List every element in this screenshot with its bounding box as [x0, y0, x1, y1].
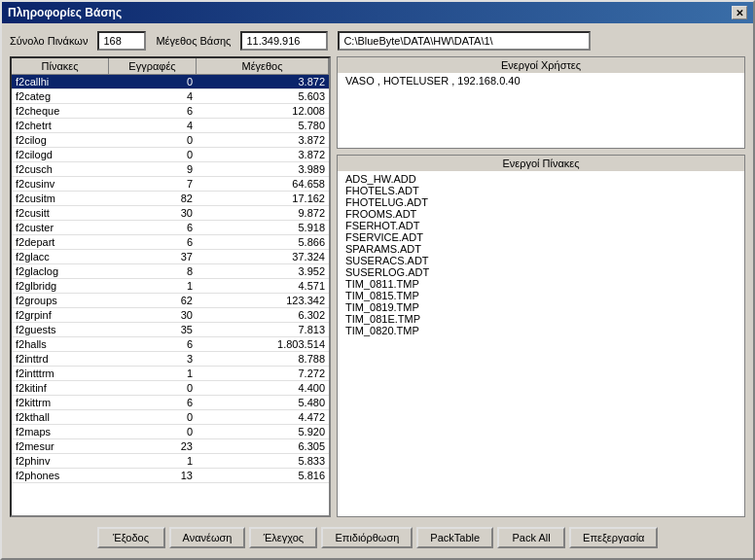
cell-name: f2grpinf: [12, 308, 109, 322]
cell-size: 3.952: [197, 264, 329, 278]
cell-records: 6: [109, 396, 197, 409]
table-row[interactable]: f2cheque612.008: [12, 104, 329, 119]
table-row[interactable]: f2cusch93.989: [12, 162, 329, 177]
cell-name: f2custer: [12, 221, 109, 234]
table-row[interactable]: f2cusinv764.658: [12, 177, 329, 192]
cell-name: f2kitinf: [12, 381, 109, 395]
main-window: Πληροφορίες Βάσης ✕ Σύνολο Πινάκων Μέγεθ…: [0, 0, 755, 560]
table-row[interactable]: f2glacc3737.324: [12, 250, 329, 264]
table-row[interactable]: f2groups62123.342: [12, 294, 329, 308]
active-users-panel: Ενεργοί Χρήστες VASO , HOTELUSER , 192.1…: [337, 56, 745, 149]
table-row[interactable]: f2depart65.866: [12, 235, 329, 250]
table-row[interactable]: f2halls61.803.514: [12, 337, 329, 352]
check-button[interactable]: Έλεγχος: [249, 527, 317, 548]
repair-button[interactable]: Επιδιόρθωση: [321, 527, 413, 548]
active-table-item: TIM_0820.TMP: [345, 325, 737, 336]
main-area: Πίνακες Εγγραφές Μέγεθος f2callhi03.872f…: [10, 56, 745, 517]
close-button[interactable]: ✕: [732, 6, 747, 19]
cell-size: 6.305: [197, 439, 329, 453]
cell-records: 0: [109, 148, 197, 161]
cell-records: 0: [109, 75, 197, 88]
table-row[interactable]: f2mesur236.305: [12, 439, 329, 454]
cell-name: f2cilog: [12, 133, 109, 147]
table-row[interactable]: f2callhi03.872: [12, 75, 329, 89]
table-row[interactable]: f2maps05.920: [12, 425, 329, 439]
active-table-item: FSERVICE.ADT: [345, 231, 737, 243]
table-row[interactable]: f2kthall04.472: [12, 410, 329, 425]
table-row[interactable]: f2cusitt309.872: [12, 206, 329, 221]
cell-size: 3.872: [197, 148, 329, 161]
cell-records: 82: [109, 192, 197, 205]
cell-records: 4: [109, 119, 197, 132]
cell-size: 4.571: [197, 279, 329, 293]
cell-records: 0: [109, 381, 197, 395]
refresh-button[interactable]: Ανανέωση: [169, 527, 246, 548]
exit-button[interactable]: Έξοδος: [97, 527, 165, 548]
table-row[interactable]: f2cilog03.872: [12, 133, 329, 148]
active-tables-header: Ενεργοί Πίνακες: [502, 158, 579, 169]
pack-all-button[interactable]: Pack All: [497, 527, 565, 548]
cell-name: f2mesur: [12, 439, 109, 453]
table-row[interactable]: f2guests357.813: [12, 323, 329, 337]
table-row[interactable]: f2kittrm65.480: [12, 396, 329, 410]
active-users-content: VASO , HOTELUSER , 192.168.0.40: [338, 73, 744, 148]
active-tables-panel: Ενεργοί Πίνακες ADS_HW.ADDFHOTELS.ADTFHO…: [337, 155, 745, 517]
active-users-line: VASO , HOTELUSER , 192.168.0.40: [345, 75, 737, 87]
cell-size: 4.400: [197, 381, 329, 395]
db-size-label: Μέγεθος Βάσης: [156, 35, 231, 47]
table-row[interactable]: f2custer65.918: [12, 221, 329, 235]
table-row[interactable]: f2cilogd03.872: [12, 148, 329, 162]
active-table-item: FHOTELS.ADT: [345, 185, 737, 196]
table-row[interactable]: f2categ45.603: [12, 89, 329, 104]
table-body[interactable]: f2callhi03.872f2categ45.603f2cheque612.0…: [12, 75, 329, 515]
table-row[interactable]: f2glbridg14.571: [12, 279, 329, 294]
table-row[interactable]: f2grpinf306.302: [12, 308, 329, 323]
table-row[interactable]: f2kitinf04.400: [12, 381, 329, 396]
cell-records: 6: [109, 221, 197, 234]
cell-name: f2maps: [12, 425, 109, 438]
cell-records: 6: [109, 104, 197, 118]
cell-records: 13: [109, 469, 197, 482]
active-tables-content: ADS_HW.ADDFHOTELS.ADTFHOTELUG.ADTFROOMS.…: [338, 171, 744, 516]
cell-name: f2halls: [12, 337, 109, 351]
active-table-item: TIM_081E.TMP: [345, 313, 737, 325]
path-input[interactable]: [338, 31, 591, 51]
cell-size: 64.658: [197, 177, 329, 191]
table-row[interactable]: f2phones135.816: [12, 469, 329, 483]
cell-size: 5.918: [197, 221, 329, 234]
table-row[interactable]: f2chetrt45.780: [12, 119, 329, 133]
processing-button[interactable]: Επεξεργασία: [569, 527, 658, 548]
cell-records: 30: [109, 206, 197, 220]
active-table-item: FROOMS.ADT: [345, 208, 737, 220]
cell-records: 4: [109, 89, 197, 103]
cell-name: f2cheque: [12, 104, 109, 118]
total-tables-input[interactable]: [97, 31, 146, 51]
db-size-input[interactable]: [240, 31, 328, 51]
cell-name: f2phones: [12, 469, 109, 482]
title-bar: Πληροφορίες Βάσης ✕: [2, 2, 753, 23]
cell-name: f2groups: [12, 294, 109, 307]
cell-records: 30: [109, 308, 197, 322]
table-row[interactable]: f2inttrd38.788: [12, 352, 329, 367]
col-header-records: Εγγραφές: [109, 58, 197, 74]
table-row[interactable]: f2intttrm17.272: [12, 367, 329, 381]
cell-records: 0: [109, 425, 197, 438]
cell-size: 5.833: [197, 454, 329, 468]
table-row[interactable]: f2glaclog83.952: [12, 264, 329, 279]
cell-records: 6: [109, 337, 197, 351]
cell-records: 1: [109, 279, 197, 293]
cell-size: 37.324: [197, 250, 329, 263]
pack-table-button[interactable]: PackTable: [416, 527, 493, 548]
table-row[interactable]: f2phinv15.833: [12, 454, 329, 469]
cell-name: f2cusitt: [12, 206, 109, 220]
active-table-item: TIM_0811.TMP: [345, 278, 737, 290]
top-row: Σύνολο Πινάκων Μέγεθος Βάσης: [10, 31, 745, 51]
col-header-size: Μέγεθος: [197, 58, 329, 74]
table-row[interactable]: f2cusitm8217.162: [12, 192, 329, 206]
col-header-name: Πίνακες: [12, 58, 109, 74]
cell-size: 5.920: [197, 425, 329, 438]
cell-size: 12.008: [197, 104, 329, 118]
bottom-buttons: Έξοδος Ανανέωση Έλεγχος Επιδιόρθωση Pack…: [10, 523, 745, 550]
cell-name: f2glbridg: [12, 279, 109, 293]
cell-records: 1: [109, 367, 197, 380]
